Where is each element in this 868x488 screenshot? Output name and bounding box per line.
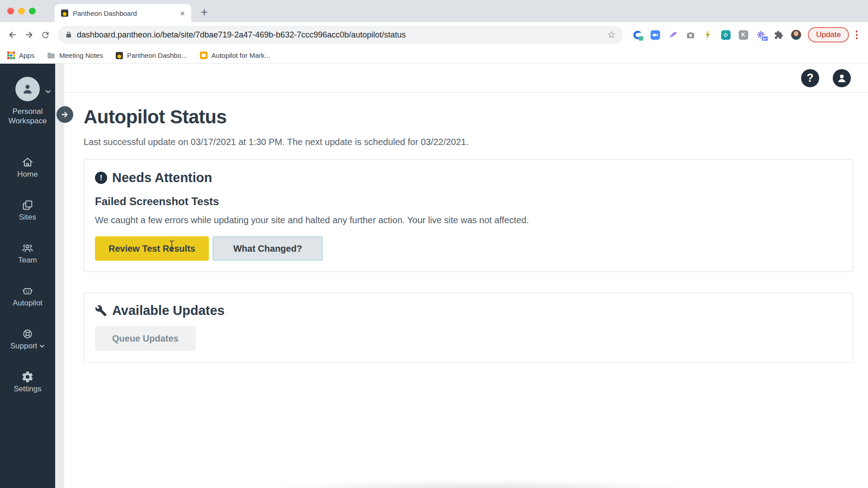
gray-k-extension-icon[interactable]: K <box>738 29 749 40</box>
starburst-extension-icon[interactable]: 9+ <box>755 29 766 40</box>
pantheon-favicon-icon <box>116 52 123 59</box>
close-window-button[interactable] <box>7 8 14 14</box>
sidebar-item-label: Autopilot <box>13 299 42 308</box>
tab-title: Pantheon Dashboard <box>73 9 175 17</box>
extension-count-badge: 9+ <box>761 36 769 42</box>
bookmark-star-icon[interactable]: ☆ <box>607 29 616 40</box>
clockify-extension-icon[interactable] <box>632 29 643 40</box>
needs-attention-card: ! Needs Attention Failed Screenshot Test… <box>84 159 853 272</box>
chevron-down-icon <box>39 344 45 348</box>
forward-arrow-icon <box>24 30 34 40</box>
sidebar-gutter <box>55 64 64 488</box>
sidebar-item-home[interactable]: Home <box>17 156 38 179</box>
bookmark-apps[interactable]: Apps <box>7 52 34 59</box>
sidebar-item-team[interactable]: Team <box>18 242 37 265</box>
review-test-results-button[interactable]: Review Test Results <box>95 236 209 261</box>
bookmark-label: Apps <box>19 52 34 59</box>
url-text[interactable]: dashboard.pantheon.io/beta/site/7dbae719… <box>77 30 406 40</box>
bottom-shadow <box>213 475 751 488</box>
new-tab-button[interactable]: + <box>198 6 211 19</box>
card-title: Available Updates <box>112 303 225 318</box>
sidebar-item-label: Home <box>17 170 38 179</box>
main-content: ? Autopilot Status Last successful updat… <box>64 64 868 488</box>
tab-strip: Pantheon Dashboard × + <box>0 0 868 22</box>
sidebar-item-autopilot[interactable]: Autopilot <box>13 285 42 308</box>
what-changed-button[interactable]: What Changed? <box>212 236 323 261</box>
sidebar-item-label: Sites <box>19 213 36 222</box>
sidebar-item-settings[interactable]: Settings <box>14 371 41 394</box>
workspace-avatar[interactable] <box>15 77 40 101</box>
person-icon <box>21 82 34 96</box>
sidebar: Personal Workspace Home Sites Team Auto <box>0 64 55 488</box>
bookmark-label: Pantheon Dashbo... <box>127 52 187 59</box>
help-icon: ? <box>807 71 813 84</box>
profile-avatar[interactable] <box>791 29 802 40</box>
bookmark-label: Autopilot for Mark... <box>212 52 270 59</box>
workspace-switcher[interactable]: Personal Workspace <box>0 77 55 126</box>
sidebar-item-label: Settings <box>14 385 41 394</box>
page-title: Autopilot Status <box>84 106 853 128</box>
reload-button[interactable] <box>37 27 53 43</box>
browser-tab[interactable]: Pantheon Dashboard × <box>55 4 191 22</box>
needs-attention-title-row: ! Needs Attention <box>95 170 842 185</box>
sidebar-nav: Home Sites Team Autopilot Suppo <box>10 156 45 394</box>
zoom-extension-icon[interactable] <box>650 29 660 40</box>
bookmark-autopilot[interactable]: Autopilot for Mark... <box>200 52 270 59</box>
card-title: Needs Attention <box>112 170 212 185</box>
browser-menu-icon[interactable]: ⋮ <box>852 29 862 41</box>
url-bar[interactable]: dashboard.pantheon.io/beta/site/7dbae719… <box>58 26 623 44</box>
reload-icon <box>41 30 50 40</box>
back-button[interactable] <box>5 27 21 43</box>
needs-attention-actions: Review Test Results What Changed? <box>95 236 842 261</box>
sidebar-expand-button[interactable] <box>57 106 73 123</box>
bookmark-pantheon-dashboard[interactable]: Pantheon Dashbo... <box>116 52 187 59</box>
feather-extension-icon[interactable] <box>667 29 678 40</box>
gear-icon <box>21 371 34 383</box>
pantheon-favicon-icon <box>61 9 68 17</box>
lock-icon <box>65 31 72 38</box>
folder-icon <box>47 52 55 60</box>
bookmarks-bar: Apps Meeting Notes Pantheon Dashbo... Au… <box>0 47 868 64</box>
browser-window: Pantheon Dashboard × + dashboard.pantheo… <box>0 0 868 488</box>
available-updates-card: Available Updates Queue Updates <box>84 293 853 363</box>
update-status-text: Last successful update on 03/17/2021 at … <box>84 137 853 147</box>
bookmark-label: Meeting Notes <box>59 52 103 59</box>
failed-tests-heading: Failed Screenshot Tests <box>95 195 842 208</box>
browser-toolbar: dashboard.pantheon.io/beta/site/7dbae719… <box>0 22 868 47</box>
zoom-window-button[interactable] <box>29 8 36 14</box>
minimize-window-button[interactable] <box>18 8 25 14</box>
sites-icon <box>21 199 34 211</box>
bookmark-meeting-notes[interactable]: Meeting Notes <box>47 52 103 60</box>
text-cursor <box>168 240 175 253</box>
sidebar-item-support[interactable]: Support <box>10 328 45 351</box>
sidebar-item-sites[interactable]: Sites <box>19 199 36 222</box>
chrome-update-button[interactable]: Update <box>808 27 849 42</box>
camera-extension-icon[interactable] <box>685 29 696 40</box>
extension-icons: K 9+ <box>632 29 802 40</box>
update-label: Update <box>816 30 841 39</box>
autopilot-bookmark-icon <box>200 52 208 59</box>
back-arrow-icon <box>8 30 18 40</box>
sidebar-item-label: Team <box>18 256 37 265</box>
arrow-right-icon <box>60 110 70 119</box>
failed-tests-description: We caught a few errors while updating yo… <box>95 215 842 225</box>
tab-close-icon[interactable]: × <box>180 9 185 18</box>
workspace-name: Personal Workspace <box>4 107 51 126</box>
lightning-extension-icon[interactable] <box>703 29 713 40</box>
user-icon <box>836 72 848 84</box>
help-button[interactable]: ? <box>801 69 819 87</box>
account-button[interactable] <box>833 69 851 87</box>
content-area: Autopilot Status Last successful update … <box>64 106 868 363</box>
lifering-icon <box>21 328 34 340</box>
forward-button[interactable] <box>21 27 37 43</box>
page-header: ? <box>64 64 868 93</box>
wrench-icon <box>95 305 107 317</box>
robot-icon <box>21 285 34 297</box>
teal-extension-icon[interactable] <box>720 29 731 40</box>
chevron-down-icon[interactable] <box>45 87 51 95</box>
queue-updates-button[interactable]: Queue Updates <box>95 326 196 351</box>
home-icon <box>21 156 34 169</box>
puzzle-extensions-icon[interactable] <box>773 29 784 40</box>
available-updates-title-row: Available Updates <box>95 303 842 318</box>
macos-traffic-lights <box>7 8 36 14</box>
